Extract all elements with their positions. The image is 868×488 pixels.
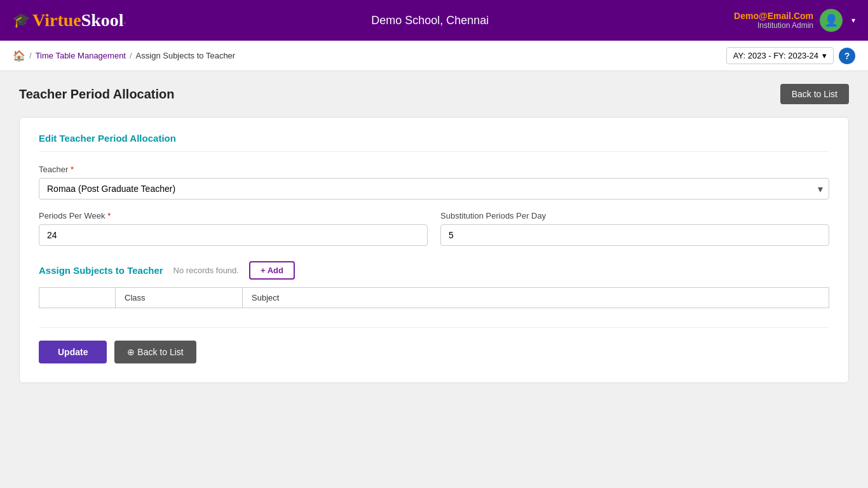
teacher-required: * [71,165,74,174]
ay-chevron-icon: ▾ [822,51,827,60]
breadcrumb-bar: 🏠 / Time Table Management / Assign Subje… [0,41,868,71]
breadcrumb-sep1: / [29,51,32,60]
update-button[interactable]: Update [39,341,107,363]
no-records-text: No records found. [173,266,239,275]
breadcrumb-right: AY: 2023 - FY: 2023-24 ▾ ? [726,47,855,64]
ay-label: AY: 2023 - FY: 2023-24 [733,51,818,60]
card-section-title: Edit Teacher Period Allocation [39,133,829,152]
back-to-list-bottom-button[interactable]: ⊕ Back to List [114,341,196,363]
user-role: Institution Admin [734,21,813,30]
bottom-buttons: Update ⊕ Back to List [39,327,829,363]
help-button[interactable]: ? [839,48,855,64]
header-right: Demo@Email.Com Institution Admin 👤 ▾ [734,9,855,32]
school-name: Demo School, Chennai [371,14,489,27]
header: 🎓 Virtue Skool . Demo School, Chennai De… [0,0,868,41]
table-col-subject: Subject [243,288,829,308]
periods-input[interactable] [39,224,428,246]
substitution-input[interactable] [440,224,829,246]
assign-header: Assign Subjects to Teacher No records fo… [39,261,829,280]
breadcrumb-sep2: / [130,51,132,60]
avatar[interactable]: 👤 [820,9,843,32]
assign-section: Assign Subjects to Teacher No records fo… [39,261,829,308]
logo-virtue: Virtue [32,10,81,30]
breadcrumb-current: Assign Subjects to Teacher [136,51,236,60]
logo: 🎓 Virtue Skool . [13,10,126,30]
table-header-row: Class Subject [39,288,829,308]
main-content: Teacher Period Allocation Back to List E… [0,71,868,396]
breadcrumb-link-timetable[interactable]: Time Table Management [36,51,126,60]
page-header: Teacher Period Allocation Back to List [19,84,849,104]
teacher-select-wrapper: Romaa (Post Graduate Teacher) ▾ [39,178,829,200]
user-email: Demo@Email.Com [734,11,813,21]
back-to-list-top-button[interactable]: Back to List [780,84,849,104]
logo-dot: . [124,15,126,25]
table-col-empty [39,288,116,308]
chevron-down-icon[interactable]: ▾ [851,16,855,25]
logo-skool: Skool [81,10,124,30]
substitution-col: Substitution Periods Per Day [440,211,829,246]
subject-table: Class Subject [39,287,829,308]
logo-hat: 🎓 [13,12,30,29]
user-info: Demo@Email.Com Institution Admin [734,11,813,30]
teacher-label: Teacher * [39,165,829,174]
add-button[interactable]: + Add [249,261,295,280]
substitution-label: Substitution Periods Per Day [440,211,829,220]
teacher-select[interactable]: Romaa (Post Graduate Teacher) [39,178,829,200]
periods-required: * [107,211,111,220]
teacher-group: Teacher * Romaa (Post Graduate Teacher) … [39,165,829,200]
page-title: Teacher Period Allocation [19,87,175,102]
breadcrumb: 🏠 / Time Table Management / Assign Subje… [13,50,235,62]
assign-section-title: Assign Subjects to Teacher [39,265,163,276]
table-col-class: Class [116,288,243,308]
card: Edit Teacher Period Allocation Teacher *… [19,117,849,383]
periods-col: Periods Per Week * [39,211,428,246]
periods-row: Periods Per Week * Substitution Periods … [39,211,829,246]
periods-label: Periods Per Week * [39,211,428,220]
home-icon[interactable]: 🏠 [13,50,25,62]
ay-selector[interactable]: AY: 2023 - FY: 2023-24 ▾ [726,47,834,64]
